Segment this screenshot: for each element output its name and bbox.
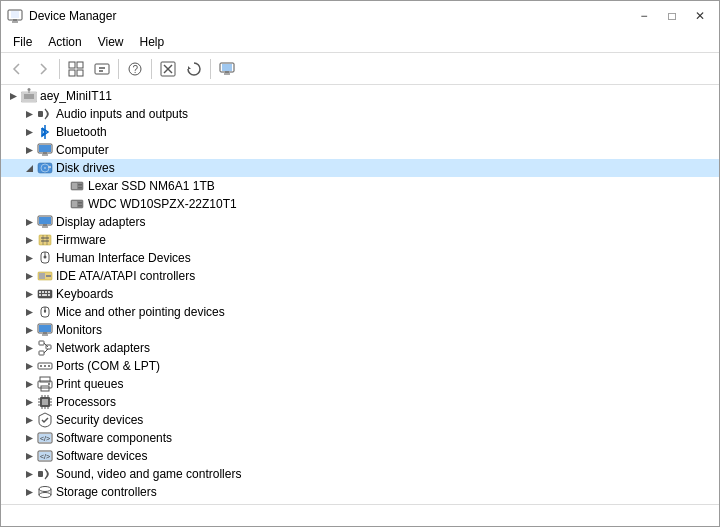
security-expander[interactable] bbox=[21, 412, 37, 428]
software-components-label: Software components bbox=[56, 431, 172, 445]
minimize-button[interactable]: − bbox=[631, 6, 657, 26]
storage-label: Storage controllers bbox=[56, 485, 157, 499]
svg-rect-49 bbox=[78, 202, 82, 204]
update-driver-button[interactable] bbox=[90, 57, 114, 81]
uninstall-button[interactable] bbox=[156, 57, 180, 81]
monitor-button[interactable] bbox=[215, 57, 239, 81]
svg-rect-85 bbox=[39, 325, 51, 332]
status-bar bbox=[1, 504, 719, 526]
toolbar-sep-1 bbox=[59, 59, 60, 79]
ports-expander[interactable] bbox=[21, 358, 37, 374]
svg-point-82 bbox=[44, 310, 46, 312]
svg-rect-68 bbox=[39, 273, 45, 279]
processors-expander[interactable] bbox=[21, 394, 37, 410]
svg-marker-128 bbox=[26, 471, 33, 478]
menu-bar: File Action View Help bbox=[1, 31, 719, 53]
menu-action[interactable]: Action bbox=[40, 33, 89, 51]
tree-item-ports[interactable]: Ports (COM & LPT) bbox=[1, 357, 719, 375]
lexar-icon bbox=[69, 178, 85, 194]
computer-expander[interactable] bbox=[21, 142, 37, 158]
svg-rect-45 bbox=[78, 187, 82, 189]
svg-marker-130 bbox=[26, 489, 33, 496]
audio-expander[interactable] bbox=[21, 106, 37, 122]
toolbar: ? bbox=[1, 53, 719, 85]
keyboards-icon bbox=[37, 286, 53, 302]
disk-drives-expander[interactable] bbox=[21, 160, 37, 176]
software-devices-expander[interactable] bbox=[21, 448, 37, 464]
svg-rect-69 bbox=[46, 275, 51, 277]
tree-item-keyboards[interactable]: Keyboards bbox=[1, 285, 719, 303]
svg-rect-44 bbox=[78, 184, 82, 186]
maximize-button[interactable]: □ bbox=[659, 6, 685, 26]
storage-icon bbox=[37, 484, 53, 500]
tree-item-firmware[interactable]: Firmware bbox=[1, 231, 719, 249]
display-icon bbox=[37, 214, 53, 230]
menu-view[interactable]: View bbox=[90, 33, 132, 51]
print-label: Print queues bbox=[56, 377, 123, 391]
hid-expander[interactable] bbox=[21, 250, 37, 266]
menu-file[interactable]: File bbox=[5, 33, 40, 51]
scan-button[interactable] bbox=[182, 57, 206, 81]
tree-item-software-devices[interactable]: </> Software devices bbox=[1, 447, 719, 465]
tree-item-display[interactable]: Display adapters bbox=[1, 213, 719, 231]
print-expander[interactable] bbox=[21, 376, 37, 392]
tree-item-processors[interactable]: Processors bbox=[1, 393, 719, 411]
svg-rect-89 bbox=[39, 341, 44, 345]
svg-point-134 bbox=[39, 493, 51, 498]
processors-label: Processors bbox=[56, 395, 116, 409]
svg-point-103 bbox=[48, 383, 50, 385]
tree-item-wdc[interactable]: WDC WD10SPZX-22Z10T1 bbox=[1, 195, 719, 213]
device-manager-window: Device Manager − □ ✕ File Action View He… bbox=[0, 0, 720, 527]
svg-marker-83 bbox=[26, 327, 33, 334]
svg-marker-104 bbox=[26, 399, 33, 406]
title-bar-left: Device Manager bbox=[7, 8, 116, 24]
svg-text:</>: </> bbox=[40, 435, 50, 442]
help-button[interactable]: ? bbox=[123, 57, 147, 81]
monitors-expander[interactable] bbox=[21, 322, 37, 338]
svg-rect-8 bbox=[95, 64, 109, 74]
software-components-expander[interactable] bbox=[21, 430, 37, 446]
tree-item-audio[interactable]: Audio inputs and outputs bbox=[1, 105, 719, 123]
tree-item-bluetooth[interactable]: Bluetooth bbox=[1, 123, 719, 141]
tree-item-storage[interactable]: Storage controllers bbox=[1, 483, 719, 501]
svg-rect-57 bbox=[39, 235, 51, 245]
mice-label: Mice and other pointing devices bbox=[56, 305, 225, 319]
svg-marker-124 bbox=[26, 453, 33, 460]
network-icon bbox=[37, 340, 53, 356]
root-expander[interactable] bbox=[5, 88, 21, 104]
display-expander[interactable] bbox=[21, 214, 37, 230]
title-text: Device Manager bbox=[29, 9, 116, 23]
forward-button[interactable] bbox=[31, 57, 55, 81]
firmware-expander[interactable] bbox=[21, 232, 37, 248]
svg-marker-21 bbox=[10, 93, 17, 100]
tree-item-security[interactable]: Security devices bbox=[1, 411, 719, 429]
hid-icon bbox=[37, 250, 53, 266]
tree-item-ide[interactable]: IDE ATA/ATAPI controllers bbox=[1, 267, 719, 285]
tree-item-monitors[interactable]: Monitors bbox=[1, 321, 719, 339]
bluetooth-expander[interactable] bbox=[21, 124, 37, 140]
tree-item-software-components[interactable]: </> Software components bbox=[1, 429, 719, 447]
close-button[interactable]: ✕ bbox=[687, 6, 713, 26]
tree-item-hid[interactable]: Human Interface Devices bbox=[1, 249, 719, 267]
tree-item-print[interactable]: Print queues bbox=[1, 375, 719, 393]
keyboards-expander[interactable] bbox=[21, 286, 37, 302]
tree-item-mice[interactable]: Mice and other pointing devices bbox=[1, 303, 719, 321]
tree-item-disk-drives[interactable]: Disk drives bbox=[1, 159, 719, 177]
show-properties-button[interactable] bbox=[64, 57, 88, 81]
ide-expander[interactable] bbox=[21, 268, 37, 284]
tree-item-sound[interactable]: Sound, video and game controllers bbox=[1, 465, 719, 483]
menu-help[interactable]: Help bbox=[132, 33, 173, 51]
tree-container[interactable]: aey_MiniIT11 Audio inputs and outputs bbox=[1, 85, 719, 504]
tree-item-network[interactable]: Network adapters bbox=[1, 339, 719, 357]
tree-root[interactable]: aey_MiniIT11 bbox=[1, 87, 719, 105]
title-controls: − □ ✕ bbox=[631, 6, 713, 26]
tree-item-computer[interactable]: Computer bbox=[1, 141, 719, 159]
sound-expander[interactable] bbox=[21, 466, 37, 482]
monitors-label: Monitors bbox=[56, 323, 102, 337]
svg-rect-18 bbox=[222, 64, 232, 71]
storage-expander[interactable] bbox=[21, 484, 37, 500]
network-expander[interactable] bbox=[21, 340, 37, 356]
mice-expander[interactable] bbox=[21, 304, 37, 320]
tree-item-lexar[interactable]: Lexar SSD NM6A1 1TB bbox=[1, 177, 719, 195]
back-button[interactable] bbox=[5, 57, 29, 81]
